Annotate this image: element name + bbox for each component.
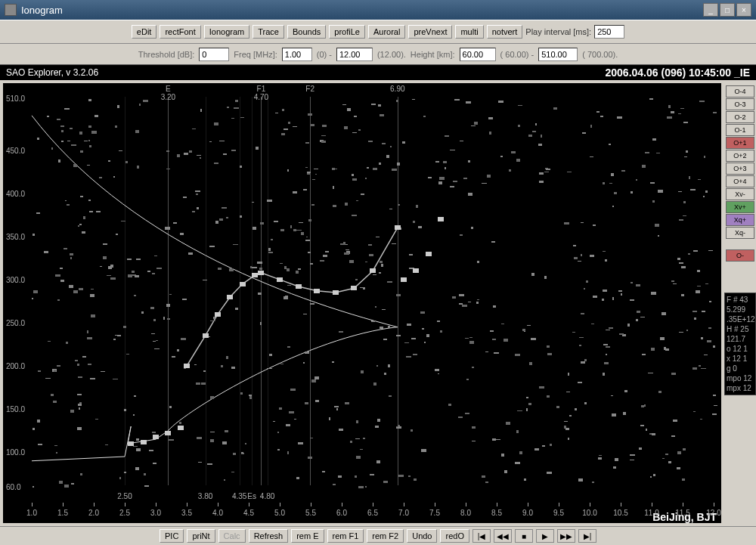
x-tick: 3.5 [181, 509, 192, 517]
y-tick: 300.0 [6, 275, 25, 283]
calc-button[interactable]: Calc [218, 529, 246, 543]
legend-o-3[interactable]: O-3 [726, 98, 754, 110]
legend-xq+[interactable]: Xq+ [726, 214, 754, 226]
x-tick: 3.0 [150, 509, 161, 517]
edit-button[interactable]: eDit [132, 25, 157, 39]
ionogram-plot[interactable]: BeiJing, BJT 60.0100.0150.0200.0250.0300… [3, 83, 721, 523]
y-tick: 350.0 [6, 232, 25, 240]
height-max-input[interactable] [538, 48, 578, 61]
legend-o+3[interactable]: O+3 [726, 163, 754, 175]
main-area: BeiJing, BJT 60.0100.0150.0200.0250.0300… [0, 80, 756, 526]
freq-max-input[interactable] [336, 48, 373, 61]
x-tick: 5.0 [274, 509, 285, 517]
ionogram-button[interactable]: Ionogram [204, 25, 249, 39]
x-tick: 6.5 [367, 509, 378, 517]
profile-button[interactable]: profiLe [329, 25, 365, 39]
app-version: SAO Explorer, v 3.2.06 [6, 67, 98, 78]
legend-panel: O-4O-3O-2O-1O+1O+2O+3O+4Xv-Xv+Xq+Xq-O- F… [724, 80, 756, 526]
legend-o+2[interactable]: O+2 [726, 150, 754, 162]
x-tick: 2.0 [88, 509, 99, 517]
timestamp: 2006.04.06 (096) 10:45:00 _IE [606, 67, 750, 79]
info-box: F # 43 5.299 .35E+12 H # 25 121.7 o 12 1… [724, 293, 756, 395]
auroral-button[interactable]: Auroral [368, 25, 405, 39]
rem-e-button[interactable]: rem E [291, 529, 324, 543]
titlebar: Ionogram _ □ × [0, 0, 756, 20]
stop-button[interactable]: ■ [515, 529, 533, 543]
prevnext-button[interactable]: preVnext [408, 25, 452, 39]
pic-button[interactable]: PIC [160, 529, 184, 543]
threshold-input[interactable] [199, 48, 229, 61]
refresh-button[interactable]: Refresh [249, 529, 289, 543]
info-density: .35E+12 [727, 314, 754, 324]
legend-xv+[interactable]: Xv+ [726, 201, 754, 213]
info-F: F # 43 [727, 295, 754, 305]
legend-o-[interactable]: O- [726, 249, 754, 262]
legend-o+1[interactable]: O+1 [726, 137, 754, 149]
legend-o-2[interactable]: O-2 [726, 111, 754, 123]
redo-button[interactable]: redO [440, 529, 469, 543]
rem-f2-button[interactable]: rem F2 [367, 529, 404, 543]
play-button[interactable]: ▶ [536, 529, 554, 543]
y-tick: 60.0 [6, 483, 20, 491]
header-strip: SAO Explorer, v 3.2.06 2006.04.06 (096) … [0, 65, 756, 80]
y-tick: 510.0 [6, 94, 25, 103]
play-interval-label: Play interval [ms]: [525, 27, 591, 36]
bounds-button[interactable]: Bounds [287, 25, 326, 39]
forward-button[interactable]: ▶▶ [557, 529, 575, 543]
legend-xv-[interactable]: Xv- [726, 188, 754, 200]
filter-toolbar: Threshold [dB]: Freq [MHz]: (0) - (12.00… [0, 44, 756, 65]
multi-button[interactable]: multi [455, 25, 483, 39]
trace-overlay [3, 83, 721, 523]
x-tick: 7.0 [398, 509, 409, 517]
layer-marker: F14.70 [254, 85, 268, 101]
rem-f1-button[interactable]: rem F1 [327, 529, 364, 543]
height-min-input[interactable] [460, 48, 496, 61]
info-x: x 12 1 [727, 354, 754, 364]
window-title: Ionogram [21, 5, 63, 16]
threshold-label: Threshold [dB]: [138, 50, 195, 59]
x-tick: 2.5 [119, 509, 130, 517]
trace-button[interactable]: Trace [253, 25, 284, 39]
maximize-button[interactable]: □ [720, 3, 735, 17]
legend-xq-[interactable]: Xq- [726, 227, 754, 239]
x-tick: 11.0 [644, 509, 658, 517]
close-button[interactable]: × [736, 3, 751, 17]
plot-region: BeiJing, BJT 60.0100.0150.0200.0250.0300… [0, 80, 724, 526]
info-height: 121.7 [727, 334, 754, 344]
height-min-default: ( 60.00) - [500, 50, 534, 59]
layer-marker: E3.20 [161, 85, 175, 101]
rectfont-button[interactable]: rectFont [160, 25, 200, 39]
legend-o+4[interactable]: O+4 [726, 175, 754, 187]
print-button[interactable]: priNt [187, 529, 215, 543]
info-mpo: mpo 12 [727, 373, 754, 383]
y-tick: 250.0 [6, 318, 25, 327]
y-tick: 100.0 [6, 448, 25, 457]
info-H: H # 25 [727, 324, 754, 334]
info-g: g 0 [727, 364, 754, 373]
x-tick: 10.0 [582, 509, 596, 517]
y-tick: 450.0 [6, 146, 25, 154]
x-tick: 6.0 [336, 509, 347, 517]
first-button[interactable]: |◀ [472, 529, 491, 543]
x-tick: 8.0 [460, 509, 471, 517]
play-interval-input[interactable] [594, 25, 624, 39]
x-tick: 4.5 [243, 509, 254, 517]
bottom-marker: 4.80 [260, 492, 274, 500]
last-button[interactable]: ▶| [578, 529, 596, 543]
notvert-button[interactable]: notvert [487, 25, 523, 39]
undo-button[interactable]: Undo [407, 529, 437, 543]
y-tick: 400.0 [6, 189, 25, 197]
x-tick: 8.5 [491, 509, 502, 517]
bottom-marker: 3.80 [198, 492, 212, 500]
main-toolbar: eDit rectFont Ionogram Trace Bounds prof… [0, 20, 756, 44]
bottom-marker: 4.35 [232, 492, 246, 500]
rewind-button[interactable]: ◀◀ [494, 529, 512, 543]
minimize-button[interactable]: _ [703, 3, 718, 17]
legend-o-4[interactable]: O-4 [726, 85, 754, 98]
height-label: Height [km]: [411, 50, 455, 59]
legend-o-1[interactable]: O-1 [726, 124, 754, 136]
freq-min-input[interactable] [282, 48, 312, 61]
x-tick: 10.5 [613, 509, 627, 517]
info-o: o 12 1 [727, 344, 754, 354]
bottom-marker: Es [247, 492, 256, 500]
